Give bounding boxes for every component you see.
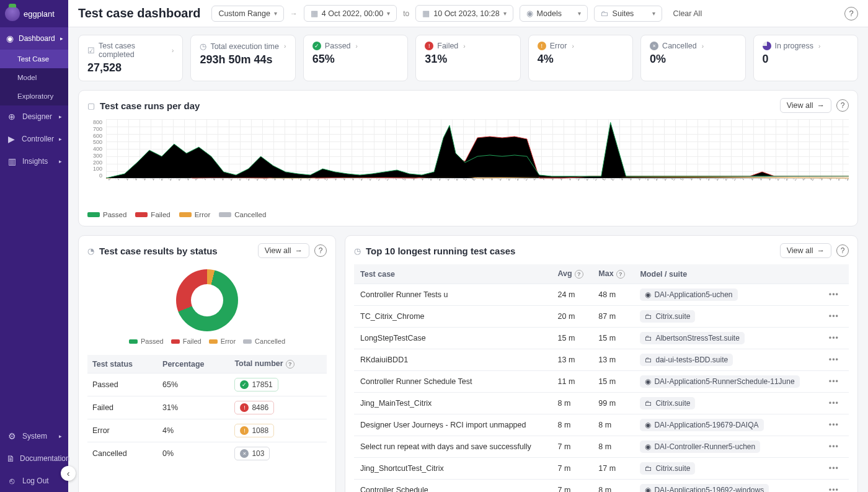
range-selector[interactable]: Custom Range▾ [211,6,283,22]
logo-icon [5,6,20,21]
help-button[interactable]: ? [836,99,849,112]
suites-filter[interactable]: 🗀 Suites▾ [594,6,662,22]
table-row[interactable]: TC_Citrix_Chrome20 m87 m🗀Citrix.suite••• [354,306,849,328]
legend-item[interactable]: Passed [87,211,126,218]
avg-cell: 8 m [552,393,593,414]
kpi-card[interactable]: In progress›0 [753,35,858,81]
max-cell: 17 m [592,458,634,480]
date-to-picker[interactable]: ▦ 10 Oct 2023, 10:28▾ [415,5,513,22]
more-button[interactable]: ••• [825,333,843,344]
model-suite-tag[interactable]: ◉DAI-Application5-19692-windows [640,484,769,492]
more-button[interactable]: ••• [825,463,843,474]
kpi-label: Error [550,42,567,50]
more-button[interactable]: ••• [825,376,843,387]
legend-item[interactable]: Error [179,211,211,218]
date-from-picker[interactable]: ▦ 4 Oct 2022, 00:00▾ [304,5,397,22]
table-row[interactable]: Controller Schedule7 m8 m◉DAI-Applicatio… [354,480,849,493]
table-row[interactable]: Jing_ShortcutTest_Citrix7 m17 m🗀Citrix.s… [354,458,849,480]
nav-label: Test Case [17,55,49,63]
model-suite-tag[interactable]: 🗀Citrix.suite [640,397,695,409]
more-button[interactable]: ••• [825,485,843,492]
model-suite-tag[interactable]: ◉DAI-Application5-uchen [640,288,737,301]
nav-designer[interactable]: ⊕Designer▸ [0,105,68,128]
nav-icon: ▶ [6,133,17,145]
models-filter[interactable]: ◉ Models▾ [520,5,588,22]
nav-insights[interactable]: ▥Insights▸ [0,150,68,172]
model-suite-tag[interactable]: 🗀AlbertsonStressTest.suite [640,332,744,344]
caret-icon: ▸ [59,158,62,164]
model-suite-tag[interactable]: 🗀Citrix.suite [640,462,695,475]
calendar-icon: ▦ [422,9,430,18]
help-button[interactable]: ? [314,244,327,257]
clock-icon: ◷ [200,42,206,51]
sidebar-collapse-button[interactable]: ‹ [61,466,76,481]
legend-item[interactable]: Error [209,338,236,345]
table-row[interactable]: Select run repeat with days and save suc… [354,436,849,458]
model-suite-tag[interactable]: ◉DAI-Controller-Runner5-uchen [640,441,760,453]
avg-cell: 24 m [552,284,593,306]
caret-icon: ▸ [60,35,63,42]
avg-cell: 15 m [552,328,593,349]
nav-test-case[interactable]: Test Case [0,50,68,68]
more-button[interactable]: ••• [825,441,843,452]
more-button[interactable]: ••• [825,398,843,409]
more-button[interactable]: ••• [825,311,843,322]
help-button[interactable]: ? [836,244,849,257]
col-header: Avg? [552,264,593,284]
kpi-value: 4% [538,53,624,66]
info-icon[interactable]: ? [575,270,583,279]
nav-model[interactable]: Model [0,68,68,87]
view-all-button[interactable]: View all → [780,98,831,113]
model-suite-tag[interactable]: 🗀dai-ui-tests-BDD.suite [640,354,733,366]
nav-label: Documentation [20,454,70,463]
table-row[interactable]: LongStepTestCase15 m15 m🗀AlbertsonStress… [354,328,849,349]
model-suite-tag[interactable]: ◉DAI-Application5-RunnerSchedule-11June [640,375,799,388]
table-row[interactable]: RKdaiuiBDD113 m13 m🗀dai-ui-tests-BDD.sui… [354,349,849,371]
more-button[interactable]: ••• [825,289,843,300]
help-button[interactable]: ? [844,7,858,20]
status-icon: ! [538,42,546,50]
legend-item[interactable]: Cancelled [219,211,266,218]
table-row[interactable]: Jing_MainTest_Citrix8 m99 m🗀Citrix.suite… [354,393,849,414]
avg-cell: 8 m [552,414,593,436]
more-button[interactable]: ••• [825,354,843,365]
arrow-right-icon: → [817,246,825,255]
page-title: Test case dashboard [78,6,200,20]
runs-chart: 8007006005004003002001000 4 Oct7 Oct10 O… [87,119,849,194]
nav-system[interactable]: ⚙System▸ [0,425,68,447]
table-row: Cancelled0%×103 [87,442,327,465]
legend-item[interactable]: Failed [135,211,170,218]
kpi-card[interactable]: ×Cancelled›0% [640,35,745,81]
info-icon[interactable]: ? [286,360,294,369]
nav-documentation[interactable]: 🗎Documentation [0,447,68,470]
nav-controller[interactable]: ▶Controller▸ [0,128,68,150]
view-all-button[interactable]: View all → [780,243,831,258]
legend-item[interactable]: Failed [171,338,202,345]
legend-item[interactable]: Passed [129,338,164,345]
model-suite-tag[interactable]: 🗀Citrix.suite [640,310,695,323]
kpi-card[interactable]: !Error›4% [528,35,633,81]
kpi-card[interactable]: !Failed›31% [415,35,520,81]
legend-item[interactable]: Cancelled [243,338,285,345]
view-all-button[interactable]: View all → [258,243,309,258]
kpi-card[interactable]: ☑Test cases completed›27,528 [78,35,183,81]
more-button[interactable]: ••• [825,419,843,431]
model-suite-tag[interactable]: ◉DAI-Application5-19679-DAIQA [640,419,763,431]
status-icon: ! [240,426,249,435]
nav-exploratory[interactable]: Exploratory [0,87,68,105]
avg-cell: 7 m [552,458,593,480]
table-row: Failed31%!8486 [87,396,327,419]
calendar-icon: ▦ [311,9,318,18]
table-row[interactable]: Designer User Journeys - RCI import unma… [354,414,849,436]
kpi-card[interactable]: ◷Total execution time›293h 50m 44s [190,35,295,81]
nav-dashboard[interactable]: ◉Dashboard▸ [0,27,68,50]
info-icon[interactable]: ? [616,270,625,279]
nav-label: Insights [22,157,48,166]
longest-panel: ◷ Top 10 longest running test cases View… [345,235,858,492]
clear-all-button[interactable]: Clear All [668,7,707,20]
table-row[interactable]: Controller Runner Tests u24 m48 m◉DAI-Ap… [354,284,849,306]
suite-icon: 🗀 [645,334,652,342]
kpi-card[interactable]: ✓Passed›65% [303,35,408,81]
table-row[interactable]: Controller Runner Schedule Test11 m15 m◉… [354,371,849,393]
nav-log-out[interactable]: ⎋Log Out [0,470,68,492]
